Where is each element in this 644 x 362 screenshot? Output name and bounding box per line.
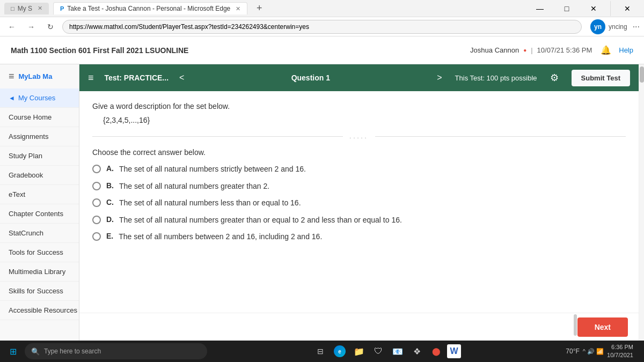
quiz-body: Give a word description for the set belo… bbox=[79, 91, 639, 313]
tab-active-close[interactable]: ✕ bbox=[236, 5, 240, 12]
notification-area: 🔔 Help bbox=[601, 45, 633, 55]
taskbar-icon-app1[interactable]: ❖ bbox=[408, 343, 426, 360]
scrollbar-thumb[interactable] bbox=[640, 67, 644, 83]
sidebar-item-study-plan[interactable]: Study Plan bbox=[0, 146, 79, 166]
question-prompt: Give a word description for the set belo… bbox=[92, 102, 626, 110]
search-placeholder: Type here to search bbox=[44, 348, 101, 355]
radio-b[interactable] bbox=[92, 182, 101, 190]
option-d-text: The set of all natural numbers greater t… bbox=[119, 215, 402, 226]
address-bar: ← → ↻ yn yncing ··· bbox=[0, 17, 644, 36]
sidebar-item-accessible-resources[interactable]: Accessible Resources bbox=[0, 301, 79, 320]
page-header: Math 1100 Section 601 First Fall 2021 LS… bbox=[0, 36, 644, 64]
tab-inactive-label: My S bbox=[18, 5, 32, 12]
sidebar-item-my-courses[interactable]: ◄ My Courses bbox=[0, 88, 79, 108]
taskbar-icon-word[interactable]: W bbox=[447, 344, 461, 358]
close-button-2[interactable]: ✕ bbox=[615, 1, 640, 16]
sidebar-item-chapter-contents[interactable]: Chapter Contents bbox=[0, 204, 79, 224]
option-d[interactable]: D. The set of all natural numbers greate… bbox=[92, 215, 626, 226]
scroll-thumb[interactable] bbox=[574, 314, 577, 336]
sidebar-item-statcrunch[interactable]: StatCrunch bbox=[0, 224, 79, 243]
back-button[interactable]: ← bbox=[4, 19, 19, 34]
title-bar: □ My S ✕ P Take a Test - Joshua Cannon -… bbox=[0, 0, 644, 17]
next-button[interactable]: Next bbox=[577, 317, 628, 337]
new-tab-button[interactable]: + bbox=[252, 1, 267, 16]
help-link[interactable]: Help bbox=[619, 46, 633, 54]
sidebar-item-multimedia-library[interactable]: Multimedia Library bbox=[0, 262, 79, 282]
tab-active-label: Take a Test - Joshua Cannon - Personal -… bbox=[67, 5, 230, 12]
tab-inactive-favicon: □ bbox=[11, 5, 14, 12]
quiz-next-nav-button[interactable]: > bbox=[437, 73, 442, 83]
choose-label: Choose the correct answer below. bbox=[92, 148, 626, 157]
username: Joshua Cannon bbox=[470, 46, 519, 54]
answer-options: A. The set of all natural numbers strict… bbox=[92, 164, 626, 242]
browser-content: Math 1100 Section 601 First Fall 2021 LS… bbox=[0, 36, 644, 341]
taskbar-icons: ⊟ e 📁 🛡 📧 ❖ ⬤ W bbox=[312, 343, 461, 360]
taskbar-corner[interactable] bbox=[636, 343, 640, 360]
date-display: 10/7/2021 bbox=[607, 351, 633, 359]
mylab-logo: MyLab Ma bbox=[19, 72, 53, 80]
tab-inactive-close[interactable]: ✕ bbox=[38, 5, 42, 12]
sidebar-header[interactable]: ≡ MyLab Ma bbox=[0, 64, 79, 88]
taskbar-icon-taskview[interactable]: ⊟ bbox=[312, 343, 329, 360]
option-e[interactable]: E. The set of all numbers between 2 and … bbox=[92, 232, 626, 242]
hamburger-icon[interactable]: ≡ bbox=[9, 71, 14, 82]
sidebar-item-gradebook[interactable]: Gradebook bbox=[0, 166, 79, 185]
back-icon: ◄ bbox=[9, 94, 15, 102]
taskbar-icon-mail[interactable]: 📧 bbox=[389, 343, 406, 360]
sidebar-item-skills-for-success[interactable]: Skills for Success bbox=[0, 282, 79, 301]
tab-active-favicon: P bbox=[60, 5, 64, 12]
weather-temp: 70°F bbox=[566, 348, 579, 355]
windows-logo-icon: ⊞ bbox=[10, 346, 17, 357]
close-button[interactable]: ✕ bbox=[581, 1, 606, 16]
page-title: Math 1100 Section 601 First Fall 2021 LS… bbox=[11, 46, 470, 55]
datetime: 10/07/21 5:36 PM bbox=[537, 46, 592, 54]
quiz-test-name: Test: PRACTICE... bbox=[105, 73, 169, 82]
user-info: Joshua Cannon ● | 10/07/21 5:36 PM bbox=[470, 46, 592, 54]
taskbar-search[interactable]: 🔍 Type here to search bbox=[25, 343, 207, 359]
taskbar-icon-edge[interactable]: e bbox=[331, 343, 348, 360]
maximize-button[interactable]: □ bbox=[554, 1, 579, 16]
radio-c[interactable] bbox=[92, 198, 101, 207]
profile-label: yncing bbox=[609, 23, 627, 31]
quiz-prev-button[interactable]: < bbox=[179, 73, 184, 83]
radio-d[interactable] bbox=[92, 216, 101, 224]
sidebar-item-tools-for-success[interactable]: Tools for Success bbox=[0, 243, 79, 262]
refresh-button[interactable]: ↻ bbox=[43, 19, 58, 34]
set-notation: {2,3,4,5,...,16} bbox=[103, 116, 626, 124]
quiz-footer: Next bbox=[79, 313, 639, 341]
sidebar-item-course-home[interactable]: Course Home bbox=[0, 108, 79, 127]
taskbar-icon-file-explorer[interactable]: 📁 bbox=[350, 343, 368, 360]
quiz-question-label: Question 1 bbox=[191, 73, 430, 82]
taskbar-right: 70°F ^ 🔊 📶 6:36 PM 10/7/2021 bbox=[566, 343, 640, 360]
tab-active[interactable]: P Take a Test - Joshua Cannon - Personal… bbox=[53, 2, 247, 14]
option-e-text: The set of all numbers between 2 and 16,… bbox=[119, 232, 322, 242]
mylab-content: ≡ MyLab Ma ◄ My Courses Course Home Assi… bbox=[0, 64, 644, 341]
profile-icon[interactable]: yn bbox=[590, 19, 605, 34]
quiz-header: ≡ Test: PRACTICE... < Question 1 > This … bbox=[79, 64, 639, 91]
bell-icon[interactable]: 🔔 bbox=[601, 45, 611, 55]
sidebar-item-etext[interactable]: eText bbox=[0, 185, 79, 204]
window-controls: — □ ✕ ✕ bbox=[528, 1, 640, 16]
start-button[interactable]: ⊞ bbox=[4, 343, 21, 360]
sidebar-item-assignments[interactable]: Assignments bbox=[0, 127, 79, 146]
radio-e[interactable] bbox=[92, 232, 101, 241]
tab-inactive[interactable]: □ My S ✕ bbox=[4, 3, 49, 14]
quiz-gear-icon[interactable]: ⚙ bbox=[550, 72, 559, 84]
option-a[interactable]: A. The set of all natural numbers strict… bbox=[92, 164, 626, 175]
minimize-button[interactable]: — bbox=[528, 1, 552, 16]
ext-dots[interactable]: ··· bbox=[633, 22, 640, 32]
taskbar-icon-security[interactable]: 🛡 bbox=[370, 343, 387, 360]
taskbar-icon-app2[interactable]: ⬤ bbox=[428, 343, 445, 360]
submit-test-button[interactable]: Submit Test bbox=[572, 70, 630, 86]
quiz-hamburger-icon[interactable]: ≡ bbox=[88, 72, 94, 84]
profile-area: yn yncing ··· bbox=[590, 19, 640, 34]
radio-a[interactable] bbox=[92, 165, 101, 173]
address-input[interactable] bbox=[62, 20, 582, 34]
divider-dots: ..... bbox=[343, 133, 375, 139]
forward-button[interactable]: → bbox=[24, 19, 39, 34]
right-scrollbar[interactable] bbox=[639, 64, 644, 341]
option-c[interactable]: C. The set of all natural numbers less t… bbox=[92, 198, 626, 209]
option-b[interactable]: B. The set of all natural numbers greate… bbox=[92, 181, 626, 192]
option-b-text: The set of all natural numbers greater t… bbox=[119, 181, 269, 192]
quiz-points-label: This Test: 100 pts possible bbox=[455, 74, 537, 82]
